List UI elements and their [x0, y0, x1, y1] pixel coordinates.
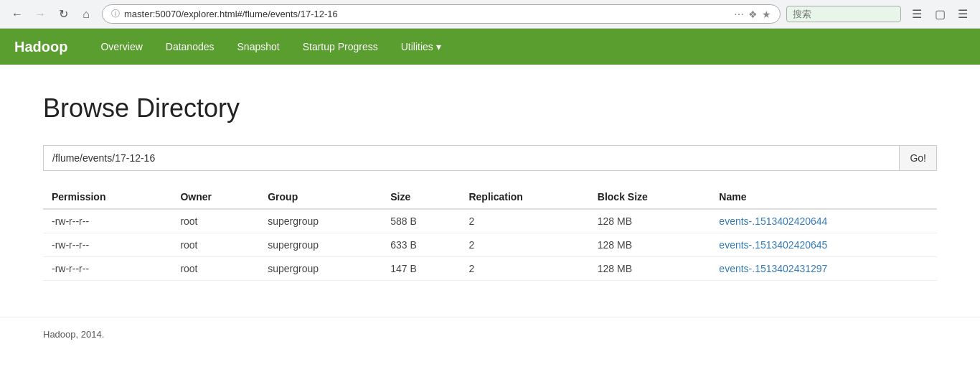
cell-owner: root: [171, 209, 259, 233]
cell-size: 588 B: [382, 209, 460, 233]
cell-replication: 2: [460, 233, 588, 257]
back-button[interactable]: ←: [7, 4, 27, 24]
table-row: -rw-r--r-- root supergroup 588 B 2 128 M…: [43, 209, 937, 233]
cell-name[interactable]: events-.1513402420645: [710, 233, 937, 257]
file-link: events-.1513402420645: [719, 239, 827, 251]
cell-replication: 2: [460, 209, 588, 233]
cell-group: supergroup: [259, 257, 382, 281]
pocket-icon[interactable]: ❖: [748, 9, 758, 20]
col-group: Group: [259, 185, 382, 209]
cell-owner: root: [171, 257, 259, 281]
page-title: Browse Directory: [43, 93, 937, 124]
cell-replication: 2: [460, 257, 588, 281]
reload-button[interactable]: ↻: [53, 4, 73, 24]
directory-table: Permission Owner Group Size Replication …: [43, 185, 937, 281]
table-row: -rw-r--r-- root supergroup 147 B 2 128 M…: [43, 257, 937, 281]
main-content: Browse Directory Go! Permission Owner Gr…: [0, 65, 980, 317]
nav-datanodes[interactable]: Datanodes: [154, 31, 226, 62]
search-input[interactable]: [786, 6, 901, 22]
address-bar[interactable]: ⓘ master:50070/explorer.html#/flume/even…: [102, 4, 781, 24]
cell-permission: -rw-r--r--: [43, 233, 171, 257]
address-bar-icons: ⋯ ❖ ★: [734, 9, 771, 20]
nav-startup-progress[interactable]: Startup Progress: [291, 31, 390, 62]
cell-permission: -rw-r--r--: [43, 257, 171, 281]
path-input[interactable]: [43, 145, 899, 171]
col-block-size: Block Size: [589, 185, 711, 209]
footer: Hadoop, 2014.: [0, 317, 980, 351]
table-header-row: Permission Owner Group Size Replication …: [43, 185, 937, 209]
footer-text: Hadoop, 2014.: [43, 329, 104, 340]
bookmark-icon[interactable]: ★: [762, 9, 771, 20]
toolbar-icons: ☰ ▢ ☰: [907, 4, 973, 24]
col-name: Name: [710, 185, 937, 209]
cell-group: supergroup: [259, 209, 382, 233]
navbar-brand: Hadoop: [14, 39, 67, 55]
path-bar: Go!: [43, 145, 937, 171]
cell-group: supergroup: [259, 233, 382, 257]
cell-permission: -rw-r--r--: [43, 209, 171, 233]
col-size: Size: [382, 185, 460, 209]
lock-icon: ⓘ: [111, 8, 120, 20]
cell-block-size: 128 MB: [589, 257, 711, 281]
cell-size: 633 B: [382, 233, 460, 257]
cell-name[interactable]: events-.1513402431297: [710, 257, 937, 281]
hamburger-icon[interactable]: ☰: [953, 4, 973, 24]
file-link: events-.1513402420644: [719, 215, 827, 227]
home-button[interactable]: ⌂: [76, 4, 96, 24]
cell-block-size: 128 MB: [589, 209, 711, 233]
navbar: Hadoop Overview Datanodes Snapshot Start…: [0, 29, 980, 65]
col-replication: Replication: [460, 185, 588, 209]
file-link: events-.1513402431297: [719, 263, 827, 274]
nav-overview[interactable]: Overview: [89, 31, 154, 62]
dropdown-chevron: ▾: [436, 41, 441, 52]
library-icon[interactable]: ☰: [907, 4, 927, 24]
col-permission: Permission: [43, 185, 171, 209]
browser-chrome: ← → ↻ ⌂ ⓘ master:50070/explorer.html#/fl…: [0, 0, 980, 29]
forward-button[interactable]: →: [30, 4, 50, 24]
cell-owner: root: [171, 233, 259, 257]
nav-utilities[interactable]: Utilities ▾: [390, 31, 453, 62]
url-text: master:50070/explorer.html#/flume/events…: [124, 9, 730, 19]
more-icon[interactable]: ⋯: [734, 9, 744, 20]
go-button[interactable]: Go!: [899, 145, 937, 171]
nav-snapshot[interactable]: Snapshot: [226, 31, 291, 62]
cell-size: 147 B: [382, 257, 460, 281]
cell-name[interactable]: events-.1513402420644: [710, 209, 937, 233]
nav-buttons: ← → ↻ ⌂: [7, 4, 96, 24]
table-row: -rw-r--r-- root supergroup 633 B 2 128 M…: [43, 233, 937, 257]
sidebar-icon[interactable]: ▢: [930, 4, 950, 24]
cell-block-size: 128 MB: [589, 233, 711, 257]
col-owner: Owner: [171, 185, 259, 209]
